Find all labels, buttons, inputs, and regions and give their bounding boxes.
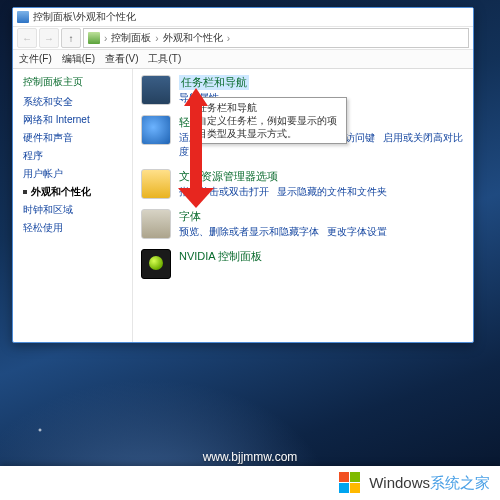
tooltip-body: 自定义任务栏，例如要显示的项目类型及其显示方式。 [197, 114, 341, 140]
category-icon [141, 115, 171, 145]
category-title[interactable]: 任务栏和导航 [179, 75, 249, 90]
windows-logo-icon [339, 472, 361, 494]
control-panel-icon [17, 11, 29, 23]
sidebar-item[interactable]: 外观和个性化 [23, 185, 128, 199]
window-title: 控制面板\外观和个性化 [33, 10, 136, 24]
brand-text: Windows系统之家 [369, 474, 490, 493]
sidebar: 控制面板主页 系统和安全网络和 Internet硬件和声音程序用户帐户外观和个性… [13, 69, 133, 342]
menu-bar: 文件(F) 编辑(E) 查看(V) 工具(T) [13, 49, 473, 69]
category-links: 指定单击或双击打开显示隐藏的文件和文件夹 [179, 185, 465, 199]
brand-strip: Windows系统之家 [0, 466, 500, 500]
window-body: 控制面板主页 系统和安全网络和 Internet硬件和声音程序用户帐户外观和个性… [13, 69, 473, 342]
address-bar[interactable]: › 控制面板 › 外观和个性化 › [83, 28, 469, 48]
chevron-right-icon: › [104, 33, 107, 44]
watermark-text: www.bjjmmw.com [0, 450, 500, 464]
content-pane: 任务栏和导航导航属性轻松使用设置中心适应弱视使用屏幕阅读器启用轻松访问键启用或关… [133, 69, 473, 342]
chevron-right-icon: › [155, 33, 158, 44]
category-title[interactable]: 字体 [179, 209, 465, 224]
navigation-bar: ← → ↑ › 控制面板 › 外观和个性化 › [13, 26, 473, 49]
sidebar-item[interactable]: 轻松使用 [23, 221, 128, 235]
category-item: 文件资源管理器选项指定单击或双击打开显示隐藏的文件和文件夹 [141, 169, 465, 199]
forward-button[interactable]: → [39, 28, 59, 48]
category-item: 字体预览、删除或者显示和隐藏字体更改字体设置 [141, 209, 465, 239]
back-button[interactable]: ← [17, 28, 37, 48]
category-icon [141, 249, 171, 279]
sidebar-item[interactable]: 时钟和区域 [23, 203, 128, 217]
category-icon [141, 75, 171, 105]
category-link[interactable]: 指定单击或双击打开 [179, 186, 269, 197]
sidebar-item[interactable]: 程序 [23, 149, 128, 163]
menu-view[interactable]: 查看(V) [105, 52, 138, 66]
category-icon [141, 169, 171, 199]
category-item: NVIDIA 控制面板 [141, 249, 465, 279]
breadcrumb-root[interactable]: 控制面板 [111, 31, 151, 45]
sidebar-item[interactable]: 用户帐户 [23, 167, 128, 181]
sidebar-item[interactable]: 网络和 Internet [23, 113, 128, 127]
tooltip-title: 任务栏和导航 [197, 101, 341, 114]
category-icon [141, 209, 171, 239]
menu-file[interactable]: 文件(F) [19, 52, 52, 66]
address-icon [88, 32, 100, 44]
sidebar-item[interactable]: 硬件和声音 [23, 131, 128, 145]
sidebar-header[interactable]: 控制面板主页 [23, 75, 128, 89]
category-link[interactable]: 显示隐藏的文件和文件夹 [277, 186, 387, 197]
breadcrumb-current[interactable]: 外观和个性化 [163, 31, 223, 45]
category-link[interactable]: 更改字体设置 [327, 226, 387, 237]
menu-edit[interactable]: 编辑(E) [62, 52, 95, 66]
category-title[interactable]: 文件资源管理器选项 [179, 169, 465, 184]
menu-tools[interactable]: 工具(T) [148, 52, 181, 66]
tooltip: 任务栏和导航 自定义任务栏，例如要显示的项目类型及其显示方式。 [191, 97, 347, 144]
category-links: 预览、删除或者显示和隐藏字体更改字体设置 [179, 225, 465, 239]
category-link[interactable]: 预览、删除或者显示和隐藏字体 [179, 226, 319, 237]
sidebar-item[interactable]: 系统和安全 [23, 95, 128, 109]
desktop-background: 控制面板\外观和个性化 ← → ↑ › 控制面板 › 外观和个性化 › 文件(F… [0, 0, 500, 500]
titlebar[interactable]: 控制面板\外观和个性化 [13, 8, 473, 26]
chevron-right-icon: › [227, 33, 230, 44]
up-button[interactable]: ↑ [61, 28, 81, 48]
explorer-window: 控制面板\外观和个性化 ← → ↑ › 控制面板 › 外观和个性化 › 文件(F… [12, 7, 474, 343]
category-title[interactable]: NVIDIA 控制面板 [179, 249, 465, 264]
